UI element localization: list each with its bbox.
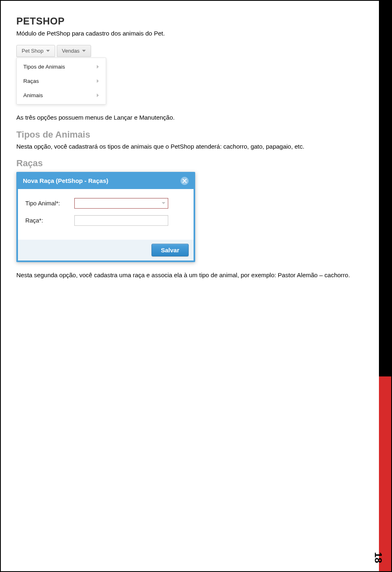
chevron-right-icon <box>97 65 99 69</box>
close-icon <box>183 179 187 183</box>
dropdown-item-label: Tipos de Animais <box>23 64 65 70</box>
tab-vendas[interactable]: Vendas <box>57 45 91 57</box>
close-button[interactable] <box>180 177 189 185</box>
dialog-titlebar: Nova Raça (PetShop - Raças) <box>18 174 194 189</box>
side-accent-black <box>379 1 391 376</box>
dialog-title-text: Nova Raça (PetShop - Raças) <box>23 177 108 184</box>
heading-racas: Raças <box>16 158 367 169</box>
tab-bar: Pet Shop Vendas <box>16 45 110 57</box>
dialog-footer: Salvar <box>18 240 194 260</box>
heading-petshop: PETSHOP <box>16 16 367 27</box>
save-button[interactable]: Salvar <box>151 244 189 256</box>
dropdown-item-animais[interactable]: Animais <box>17 88 106 102</box>
menu-screenshot: Pet Shop Vendas Tipos de Animais Raças <box>16 45 110 105</box>
dropdown-item-tipos[interactable]: Tipos de Animais <box>17 60 106 74</box>
tab-vendas-label: Vendas <box>62 48 80 54</box>
label-raca: Raça*: <box>25 217 74 224</box>
tab-petshop[interactable]: Pet Shop <box>16 45 55 57</box>
label-tipo-animal: Tipo Animal*: <box>25 200 74 207</box>
chevron-right-icon <box>97 93 99 97</box>
racas-paragraph: Nesta segunda opção, você cadastra uma r… <box>16 271 367 279</box>
options-paragraph: As três opções possuem menus de Lançar e… <box>16 114 367 122</box>
form-row-tipo-animal: Tipo Animal*: <box>25 198 186 209</box>
content-area: PETSHOP Módulo de PetShop para cadastro … <box>16 16 367 279</box>
dropdown-panel: Tipos de Animais Raças Animais <box>16 58 106 105</box>
heading-tipos-de-animais: Tipos de Animais <box>16 129 367 140</box>
select-tipo-animal[interactable] <box>74 198 168 209</box>
page-frame: PETSHOP Módulo de PetShop para cadastro … <box>0 0 392 572</box>
form-row-raca: Raça*: <box>25 215 186 226</box>
dialog-nova-raca: Nova Raça (PetShop - Raças) Tipo Animal*… <box>16 172 195 262</box>
dropdown-item-label: Animais <box>23 92 43 98</box>
page-number: 18 <box>372 552 384 563</box>
dropdown-item-label: Raças <box>23 78 39 84</box>
tab-petshop-label: Pet Shop <box>22 48 44 54</box>
tipos-paragraph: Nesta opção, você cadastrará os tipos de… <box>16 142 367 151</box>
chevron-down-icon <box>162 202 165 205</box>
intro-paragraph: Módulo de PetShop para cadastro dos anim… <box>16 29 367 38</box>
chevron-right-icon <box>97 79 99 83</box>
dialog-frame: Nova Raça (PetShop - Raças) Tipo Animal*… <box>16 172 195 262</box>
input-raca[interactable] <box>74 215 168 226</box>
chevron-down-icon <box>82 50 86 52</box>
dialog-body: Tipo Animal*: Raça*: <box>18 189 194 240</box>
side-accent-red <box>379 376 391 571</box>
dropdown-item-racas[interactable]: Raças <box>17 74 106 88</box>
chevron-down-icon <box>46 50 50 52</box>
